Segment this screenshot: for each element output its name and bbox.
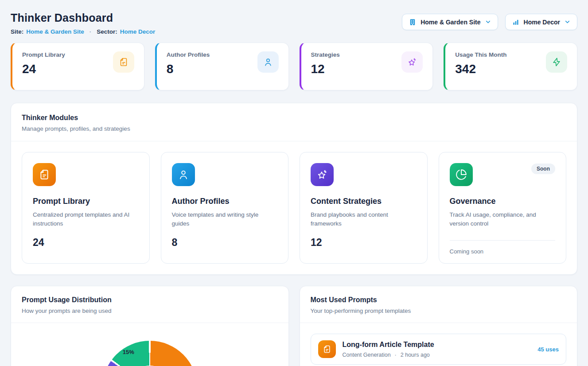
site-sector-line: Site: Home & Garden Site · Sector: Home … <box>11 28 155 35</box>
most-used-prompts-card: Most Used Prompts Your top-performing pr… <box>300 286 578 366</box>
prompt-item-title: Long-form Article Template <box>343 341 533 349</box>
building-icon <box>409 18 417 26</box>
modules-panel-subtitle: Manage prompts, profiles, and strategies <box>22 125 566 132</box>
usage-card-header: Prompt Usage Distribution How your promp… <box>11 286 288 323</box>
prompts-card-header: Most Used Prompts Your top-performing pr… <box>300 286 577 323</box>
file-text-icon <box>318 340 336 358</box>
prompt-uses-count: 45 uses <box>537 346 559 353</box>
sector-selector-dropdown[interactable]: Home Decor <box>505 14 577 30</box>
coming-soon-text: Coming soon <box>450 248 556 255</box>
stats-row: Prompt Library 24 Author Profiles 8 <box>11 43 577 90</box>
donut-chart: 15% <box>102 341 197 366</box>
prompts-card-title: Most Used Prompts <box>311 296 567 304</box>
sector-link[interactable]: Home Decor <box>120 28 156 35</box>
bar-chart-icon <box>512 18 520 26</box>
prompt-item-meta: Content Generation · 2 hours ago <box>343 352 533 358</box>
site-label: Site: <box>11 28 23 35</box>
donut-segment-label: 15% <box>118 349 139 355</box>
prompt-list-item[interactable]: Long-form Article Template Content Gener… <box>311 334 567 365</box>
page-header: Thinker Dashboard Site: Home & Garden Si… <box>11 12 577 35</box>
module-title: Content Strategies <box>311 197 417 206</box>
stat-text: Prompt Library 24 <box>22 51 65 82</box>
module-description: Track AI usage, compliance, and version … <box>450 210 556 228</box>
module-description: Centralized prompt templates and AI inst… <box>33 210 139 228</box>
module-title: Author Profiles <box>172 197 278 206</box>
stat-text: Usage This Month 342 <box>455 51 506 82</box>
stat-label: Usage This Month <box>455 51 506 58</box>
page-title: Thinker Dashboard <box>11 12 155 24</box>
stat-label: Prompt Library <box>22 51 65 58</box>
stat-card-usage: Usage This Month 342 <box>444 43 577 90</box>
stat-card-strategies: Strategies 12 <box>300 43 433 90</box>
modules-grid: Prompt Library Centralized prompt templa… <box>11 141 577 274</box>
sector-selector-label: Home Decor <box>524 19 560 26</box>
module-card-prompt-library[interactable]: Prompt Library Centralized prompt templa… <box>22 152 150 264</box>
prompt-time: 2 hours ago <box>401 352 430 358</box>
header-selectors: Home & Garden Site Home Decor <box>402 14 577 30</box>
site-selector-label: Home & Garden Site <box>421 19 480 26</box>
modules-panel-header: Thinker Modules Manage prompts, profiles… <box>11 103 577 141</box>
modules-panel-title: Thinker Modules <box>22 114 566 122</box>
sector-label: Sector: <box>97 28 117 35</box>
file-text-icon <box>33 163 56 186</box>
module-count: 8 <box>172 237 278 249</box>
thinker-modules-panel: Thinker Modules Manage prompts, profiles… <box>11 103 577 275</box>
module-card-author-profiles[interactable]: Author Profiles Voice templates and writ… <box>161 152 289 264</box>
prompt-usage-card: Prompt Usage Distribution How your promp… <box>11 286 289 366</box>
usage-card-title: Prompt Usage Distribution <box>22 296 278 304</box>
stat-label: Author Profiles <box>167 51 210 58</box>
stat-value: 342 <box>455 62 506 76</box>
chevron-down-icon <box>485 19 491 25</box>
stat-card-prompt-library: Prompt Library 24 <box>11 43 144 90</box>
bottom-row: Prompt Usage Distribution How your promp… <box>11 286 577 366</box>
pie-chart-icon <box>450 163 473 186</box>
stat-text: Author Profiles 8 <box>167 51 210 82</box>
donut-chart-area: 15% <box>11 323 288 366</box>
sparkle-star-icon <box>311 163 334 186</box>
file-text-icon <box>113 51 134 73</box>
user-icon <box>172 163 195 186</box>
dashboard-page: Thinker Dashboard Site: Home & Garden Si… <box>0 0 588 366</box>
usage-card-subtitle: How your prompts are being used <box>22 308 278 314</box>
module-divider <box>450 240 556 241</box>
site-selector-dropdown[interactable]: Home & Garden Site <box>402 14 498 30</box>
module-count: 12 <box>311 237 417 249</box>
stat-value: 8 <box>167 62 210 76</box>
module-description: Voice templates and writing style guides <box>172 210 278 228</box>
header-titles: Thinker Dashboard Site: Home & Garden Si… <box>11 12 155 35</box>
module-card-content-strategies[interactable]: Content Strategies Brand playbooks and c… <box>300 152 428 264</box>
module-description: Brand playbooks and content frameworks <box>311 210 417 228</box>
prompts-list: Long-form Article Template Content Gener… <box>300 323 577 366</box>
stat-text: Strategies 12 <box>311 51 340 82</box>
prompts-card-subtitle: Your top-performing prompt templates <box>311 308 567 314</box>
module-title: Prompt Library <box>33 197 139 206</box>
stat-card-author-profiles: Author Profiles 8 <box>155 43 289 90</box>
zap-icon <box>546 51 567 73</box>
module-title: Governance <box>450 197 556 206</box>
soon-badge: Soon <box>531 164 555 174</box>
prompt-item-text: Long-form Article Template Content Gener… <box>343 341 533 358</box>
module-card-governance: Soon Governance Track AI usage, complian… <box>439 152 567 264</box>
stat-label: Strategies <box>311 51 340 58</box>
chevron-down-icon <box>564 19 571 25</box>
site-link[interactable]: Home & Garden Site <box>26 28 84 35</box>
stat-value: 12 <box>311 62 340 76</box>
user-icon <box>257 51 279 73</box>
module-count: 24 <box>33 237 139 249</box>
separator-dot: · <box>395 352 397 358</box>
prompt-category: Content Generation <box>343 352 391 358</box>
stat-value: 24 <box>22 62 65 76</box>
sparkle-star-icon <box>401 51 423 73</box>
separator-dot: · <box>90 28 92 35</box>
